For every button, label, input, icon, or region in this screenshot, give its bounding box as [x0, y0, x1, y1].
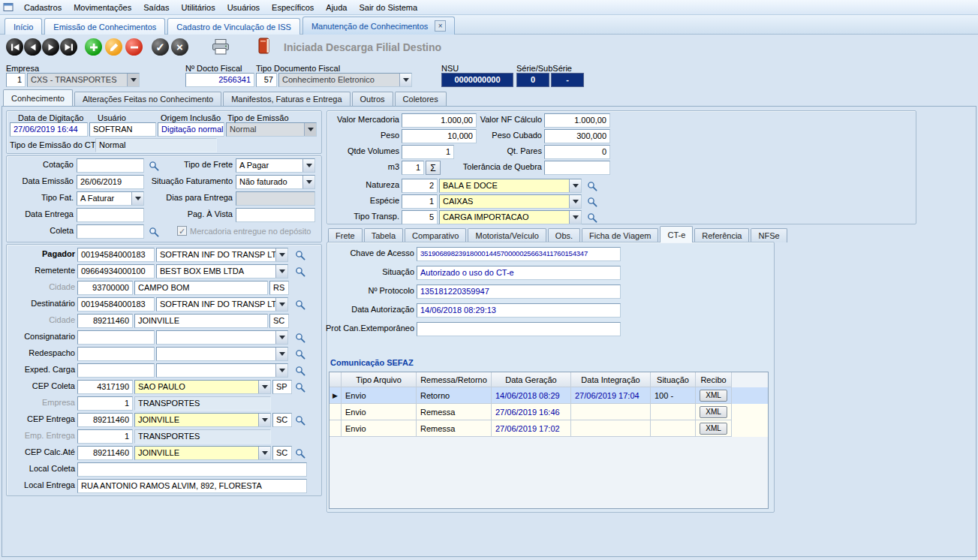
situacao-faturamento-combo[interactable]: Não faturado — [236, 175, 315, 189]
xml-button[interactable]: XML — [700, 406, 727, 418]
valor-mercadoria-field[interactable]: 1.000,00 — [402, 113, 477, 128]
add-record-button[interactable] — [85, 38, 102, 56]
tolerancia-quebra-field[interactable] — [544, 161, 610, 175]
tab-frete[interactable]: Frete — [328, 228, 363, 242]
tipo-transp-code-field[interactable]: 5 — [402, 210, 438, 224]
menu-ajuda[interactable]: Ajuda — [320, 2, 353, 14]
cep-coleta-combo[interactable]: SAO PAULO — [134, 380, 271, 394]
menu-especificos[interactable]: Específicos — [266, 2, 320, 14]
menu-movimentacoes[interactable]: Movimentações — [68, 2, 137, 14]
first-record-button[interactable] — [6, 38, 23, 56]
consignatario-code-field[interactable] — [77, 330, 155, 345]
tab-motorista-veiculo[interactable]: Motorista/Veículo — [468, 228, 546, 242]
tab-manifestos[interactable]: Manifestos, Faturas e Entrega — [223, 92, 350, 106]
tab-obs[interactable]: Obs. — [548, 228, 580, 242]
cidade-remetente-name-field[interactable]: CAMPO BOM — [134, 281, 268, 295]
consignatario-search-button[interactable] — [293, 330, 308, 345]
pagador-code-field[interactable]: 00194584000183 — [77, 248, 155, 262]
tipo-documento-code-field[interactable]: 57 — [256, 73, 277, 87]
tab-emissao-conhecimentos[interactable]: Emissão de Conhecimentos — [44, 18, 165, 35]
natureza-code-field[interactable]: 2 — [402, 179, 438, 193]
delete-record-button[interactable] — [125, 38, 143, 56]
cep-entrega-uf-field[interactable]: SC — [272, 413, 292, 427]
origem-inclusao-field[interactable]: Digitação normal — [158, 122, 224, 137]
natureza-search-button[interactable] — [585, 179, 600, 193]
protocolo-field[interactable]: 135181220359947 — [417, 285, 621, 299]
coleta-search-button[interactable] — [146, 224, 161, 239]
pagador-combo[interactable]: SOFTRAN INF DO TRANSP LTDA — [156, 248, 288, 262]
especie-search-button[interactable] — [585, 194, 600, 209]
menu-utilitarios[interactable]: Utilitários — [175, 2, 221, 14]
destinatario-combo[interactable]: SOFTRAN INF DO TRANSP LTDA — [156, 297, 288, 312]
cidade-destinatario-uf-field[interactable]: SC — [269, 314, 289, 328]
print-button[interactable] — [212, 39, 230, 57]
tab-nfse[interactable]: NFSe — [751, 228, 787, 242]
cep-calc-ate-search-button[interactable] — [293, 446, 308, 460]
valor-nf-calculo-field[interactable]: 1.000,00 — [544, 113, 610, 128]
tab-ficha-viagem[interactable]: Ficha de Viagem — [582, 228, 658, 242]
cep-coleta-code-field[interactable]: 4317190 — [77, 380, 133, 394]
cep-coleta-search-button[interactable] — [293, 380, 308, 394]
confirm-button[interactable]: ✓ — [152, 38, 169, 56]
cep-entrega-code-field[interactable]: 89211460 — [77, 413, 133, 427]
natureza-combo[interactable]: BALA E DOCE — [439, 179, 582, 193]
coleta-field[interactable] — [77, 224, 144, 239]
redespacho-combo[interactable] — [156, 347, 288, 361]
sefaz-row[interactable]: Envio Remessa 27/06/2019 16:46 XML — [330, 404, 768, 420]
data-autorizacao-field[interactable]: 14/06/2018 08:29:13 — [417, 303, 621, 318]
tab-coletores[interactable]: Coletores — [395, 92, 447, 106]
tab-cadastro-vinculacao-iss[interactable]: Cadastro de Vinculação de ISS — [167, 18, 300, 35]
tab-outros[interactable]: Outros — [352, 92, 393, 106]
pag-vista-field[interactable] — [236, 208, 315, 222]
tab-manutencao-conhecimentos[interactable]: Manutenção de Conhecimentos × — [302, 17, 455, 35]
local-entrega-field[interactable]: RUA ANTONIO RAMOS ALVIM, 892, FLORESTA — [77, 479, 307, 493]
tipo-emissao-cte-field[interactable]: Normal — [95, 138, 217, 152]
document-log-button[interactable] — [258, 38, 271, 56]
tipo-frete-combo[interactable]: A Pagar — [236, 158, 315, 173]
last-record-button[interactable] — [60, 38, 77, 56]
peso-field[interactable]: 10,000 — [402, 129, 477, 143]
cidade-destinatario-code-field[interactable]: 89211460 — [77, 314, 133, 328]
usuario-field[interactable]: SOFTRAN — [89, 122, 156, 137]
mercadoria-deposito-checkbox[interactable]: ✓ — [177, 226, 187, 236]
especie-code-field[interactable]: 1 — [402, 194, 438, 209]
tipo-transp-combo[interactable]: CARGA IMPORTACAO — [439, 210, 582, 224]
qt-pares-field[interactable]: 0 — [544, 145, 610, 159]
cancel-button[interactable]: × — [171, 38, 188, 56]
remetente-combo[interactable]: BEST BOX EMB LTDA — [156, 264, 288, 278]
menu-saidas[interactable]: Saídas — [137, 2, 175, 14]
destinatario-search-button[interactable] — [293, 297, 308, 312]
pagador-search-button[interactable] — [293, 248, 308, 262]
docto-fiscal-field[interactable]: 2566341 — [185, 73, 254, 87]
edit-record-button[interactable] — [105, 38, 122, 56]
tab-referencia[interactable]: Referência — [694, 228, 749, 242]
peso-cubado-field[interactable]: 300,000 — [544, 129, 610, 143]
tab-cte[interactable]: CT-e — [660, 226, 693, 242]
tipo-emissao-combo[interactable]: Normal — [226, 122, 317, 137]
cep-entrega-search-button[interactable] — [293, 413, 308, 427]
sefaz-row[interactable]: ▶ Envio Retorno 14/06/2018 08:29 27/06/2… — [330, 387, 768, 404]
previous-record-button[interactable] — [24, 38, 41, 56]
menu-usuarios[interactable]: Usuários — [221, 2, 266, 14]
remetente-search-button[interactable] — [293, 264, 308, 278]
consignatario-combo[interactable] — [156, 330, 288, 345]
next-record-button[interactable] — [42, 38, 59, 56]
redespacho-search-button[interactable] — [293, 347, 308, 361]
xml-button[interactable]: XML — [700, 423, 727, 435]
situacao-cte-field[interactable]: Autorizado o uso do CT-e — [417, 266, 621, 280]
exped-carga-search-button[interactable] — [293, 363, 308, 378]
tab-alteracoes[interactable]: Alterações Feitas no Conhecimento — [74, 92, 221, 106]
close-tab-icon[interactable]: × — [435, 20, 446, 32]
cidade-remetente-code-field[interactable]: 93700000 — [77, 281, 133, 295]
cep-entrega-combo[interactable]: JOINVILLE — [134, 413, 271, 427]
empresa-combo[interactable]: CXS - TRANSPORTES — [27, 73, 140, 87]
cep-calc-ate-uf-field[interactable]: SC — [272, 446, 292, 460]
tab-comparativo[interactable]: Comparativo — [405, 228, 466, 242]
destinatario-code-field[interactable]: 00194584000183 — [77, 297, 155, 312]
cep-calc-ate-combo[interactable]: JOINVILLE — [134, 446, 271, 460]
redespacho-code-field[interactable] — [77, 347, 155, 361]
qtde-volumes-field[interactable]: 1 — [402, 145, 454, 159]
prot-can-field[interactable] — [417, 322, 621, 336]
especie-combo[interactable]: CAIXAS — [439, 194, 582, 209]
tipo-documento-combo[interactable]: Conhecimento Eletronico — [278, 73, 412, 87]
